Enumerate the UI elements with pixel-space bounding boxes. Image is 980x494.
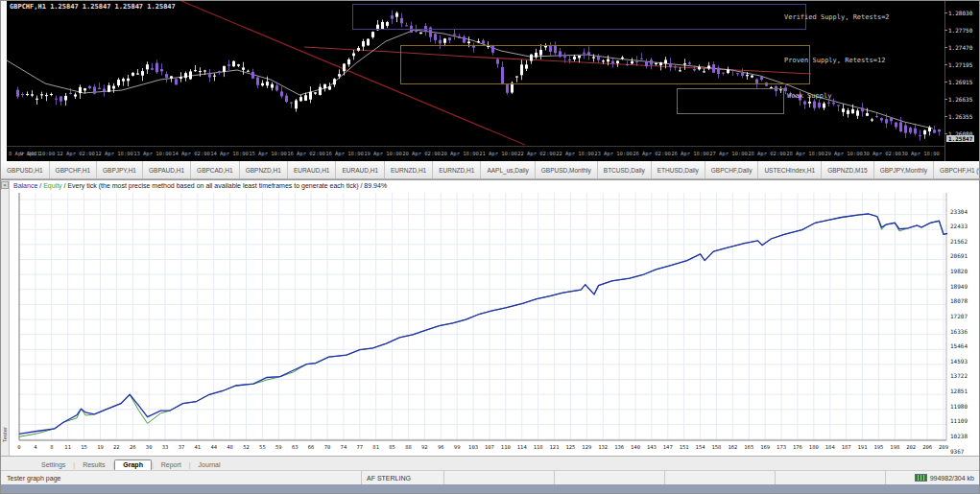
status-segment-empty — [443, 471, 554, 484]
symbol-tab[interactable]: ETHUSD,Daily — [652, 161, 705, 178]
symbol-quote-label: GBPCHF,H1 1.25847 1.25847 1.25847 1.2584… — [10, 3, 176, 11]
symbol-tab[interactable]: BTCUSD,Daily — [598, 161, 652, 178]
balance-axis-label: 14593 — [950, 358, 968, 365]
price-axis[interactable]: 1.25847 1.280301.277501.274701.271951.26… — [944, 1, 979, 161]
trade-axis-label: 147 — [663, 444, 673, 450]
symbol-tab[interactable]: GBPNZD,H1 — [240, 161, 288, 178]
balance-axis-label: 15464 — [950, 342, 968, 349]
tester-tab-graph[interactable]: Graph — [114, 459, 152, 470]
status-bar: Tester graph page AF STERLING 994982/304… — [1, 470, 979, 484]
supply-zone-box — [677, 88, 784, 114]
trade-axis-label: 55 — [259, 444, 266, 450]
balance-axis-label: 18078 — [950, 297, 968, 304]
tester-caption-label: Tester — [2, 427, 8, 442]
symbol-tab[interactable]: GBPUSD,H1 — [1, 161, 50, 178]
date-axis-label: 20 Apr 02:00 — [402, 151, 441, 156]
date-axis-label: 19 Apr 10:00 — [364, 151, 402, 156]
symbol-tab[interactable]: EURNZD,H1 — [433, 161, 481, 178]
trade-axis-label: 206 — [922, 444, 932, 450]
date-axis-label: 28 Apr 18:00 — [786, 151, 825, 156]
symbol-tab[interactable]: GBPCHF,Daily — [705, 161, 759, 178]
date-axis-label: 16 Apr 18:00 — [325, 151, 364, 156]
trade-axis-label: 44 — [210, 444, 217, 450]
trade-x-axis: 0481115192226303337414448525559636670747… — [10, 442, 979, 456]
trade-axis-label: 70 — [324, 444, 331, 450]
trade-axis-label: 8 — [50, 444, 53, 450]
date-axis[interactable]: 8 Apr 20219 Apr 10:0012 Apr 02:0012 Apr … — [7, 146, 944, 161]
tester-graph-header: Balance / Equity / Every tick (the most … — [10, 180, 979, 193]
candle-chart[interactable]: GBPCHF,H1 1.25847 1.25847 1.25847 1.2584… — [7, 1, 944, 146]
symbol-tab[interactable]: AAPL_us,Daily — [481, 161, 535, 178]
status-segment-empty — [775, 471, 885, 484]
balance-graph[interactable] — [10, 193, 947, 442]
balance-axis-label: 23304 — [950, 208, 968, 215]
tester-graph-area: 2330422433215622069119820189491807817207… — [10, 193, 979, 442]
balance-axis-label: 18949 — [950, 283, 968, 290]
symbol-tab[interactable]: EURNZD,H1 — [385, 161, 433, 178]
trade-axis-label: 81 — [372, 444, 379, 450]
symbol-tab-bar: GBPUSD,H1GBPCHF,H1GBPJPY,H1GBPAUD,H1GBPC… — [1, 161, 979, 179]
supply-zone-label: Proven Supply, Retests=12 — [784, 57, 885, 64]
trade-axis-label: 22 — [113, 444, 120, 450]
trade-axis-label: 125 — [565, 444, 575, 450]
date-axis-label: 30 Apr 18:00 — [901, 151, 940, 156]
balance-axis-label: 17207 — [950, 313, 968, 319]
price-axis-label: 1.26080 — [948, 130, 972, 137]
trade-axis-label: 118 — [534, 444, 543, 450]
date-axis-label: 14 Apr 18:00 — [210, 151, 249, 156]
date-axis-label: 20 Apr 18:00 — [441, 151, 479, 156]
trade-axis-label: 30 — [146, 444, 153, 450]
tester-tab-results[interactable]: Results — [75, 460, 112, 470]
symbol-tab[interactable]: GBPJPY,Monthly — [874, 161, 934, 178]
date-axis-label: 9 Apr 10:00 — [20, 151, 55, 156]
status-message: Tester graph page — [1, 471, 361, 484]
symbol-tab[interactable]: GBPUSD,Monthly — [536, 161, 598, 178]
trade-axis-label: 107 — [485, 444, 494, 450]
symbol-tab[interactable]: GBPCAD,H1 — [191, 161, 240, 178]
symbol-tab[interactable]: GBPNZD,M15 — [822, 161, 874, 178]
trade-axis-label: 140 — [631, 444, 640, 450]
symbol-tab[interactable]: GBPJPY,H1 — [97, 161, 143, 178]
date-axis-label: 28 Apr 02:00 — [748, 151, 786, 156]
symbol-tab[interactable]: GBPAUD,H1 — [143, 161, 191, 178]
resources-bars-icon — [915, 474, 927, 482]
balance-y-axis: 2330422433215622069119820189491807817207… — [947, 193, 978, 442]
date-axis-label: 26 Apr 18:00 — [671, 151, 709, 156]
tester-caption-strip: × Tester — [1, 180, 10, 456]
trade-axis-label: 165 — [744, 444, 753, 450]
close-icon[interactable]: × — [1, 181, 9, 189]
symbol-tab[interactable]: GBPCHF,H1 (visual) — [934, 161, 979, 178]
tester-tab-report[interactable]: Report — [154, 460, 189, 470]
tester-tab-settings[interactable]: Settings — [34, 460, 73, 470]
trade-axis-label: 191 — [858, 444, 868, 450]
trade-axis-label: 88 — [405, 444, 412, 450]
equity-legend-label: Equity — [43, 182, 61, 189]
trade-axis-label: 19 — [97, 444, 104, 450]
trade-axis-label: 63 — [292, 444, 299, 450]
trade-axis-label: 74 — [341, 444, 347, 450]
trade-axis-label: 103 — [468, 444, 478, 450]
balance-axis-label: 11980 — [950, 403, 968, 410]
symbol-tab[interactable]: GBPCHF,H1 — [50, 161, 97, 178]
trade-axis-label: 129 — [582, 444, 591, 450]
trade-axis-label: 162 — [728, 444, 737, 450]
header-method-text: / Every tick (the most precise method ba… — [62, 182, 388, 189]
trade-axis-label: 59 — [275, 444, 282, 450]
balance-axis-label: 10238 — [950, 433, 968, 439]
status-segment-empty — [554, 471, 664, 484]
trade-axis-label: 209 — [939, 444, 948, 450]
window-bottom-edge — [1, 484, 979, 493]
trade-axis-label: 26 — [130, 444, 136, 450]
symbol-tab[interactable]: EURAUD,H1 — [288, 161, 337, 178]
price-axis-label: 1.28030 — [948, 10, 972, 16]
trade-axis-label: 154 — [696, 444, 705, 450]
date-axis-label: 12 Apr 02:00 — [57, 151, 95, 156]
trade-axis-label: 92 — [421, 444, 428, 450]
tester-tab-journal[interactable]: Journal — [191, 460, 228, 470]
date-axis-label: 29 Apr 10:00 — [825, 151, 863, 156]
balance-axis-label: 13722 — [950, 372, 968, 379]
price-axis-label: 1.26635 — [948, 96, 972, 103]
tester-tab-bar: Settings|Results|Graph|Report|Journal — [1, 456, 979, 470]
symbol-tab[interactable]: EURAUD,H1 — [336, 161, 385, 178]
symbol-tab[interactable]: USTECHIndex,H1 — [758, 161, 822, 178]
